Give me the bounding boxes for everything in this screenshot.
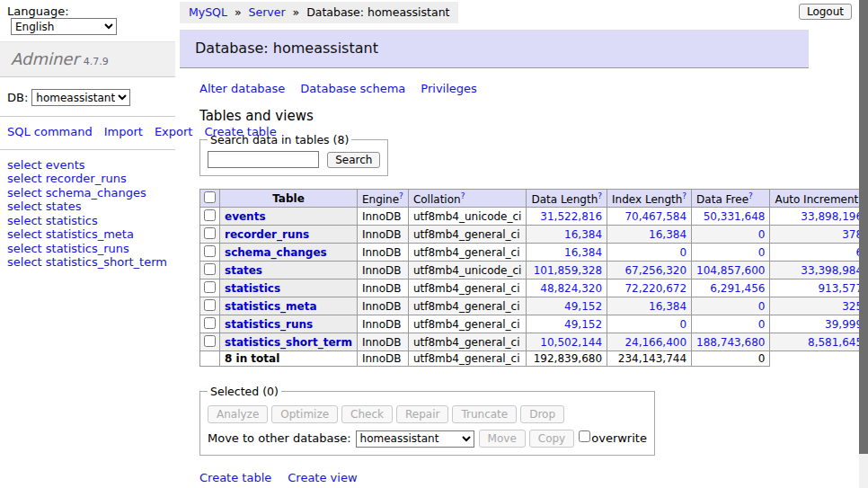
auto-increment-cell: 6 (770, 244, 868, 262)
row-checkbox[interactable] (204, 299, 216, 311)
overwrite-checkbox[interactable] (579, 430, 590, 442)
index-length-link[interactable]: 16,384 (649, 228, 686, 241)
table-link-schema_changes[interactable]: schema_changes (225, 246, 327, 259)
table-link-statistics_runs[interactable]: statistics_runs (225, 318, 313, 331)
help-link[interactable]: ? (399, 191, 403, 200)
language-select[interactable]: English (11, 18, 117, 35)
sidebar-select-events[interactable]: select events (7, 158, 168, 173)
table-link-states[interactable]: states (225, 264, 262, 277)
index-length-link[interactable]: 24,166,400 (624, 336, 686, 349)
db-select[interactable]: homeassistant (31, 89, 130, 106)
create-view-link[interactable]: Create view (288, 471, 357, 484)
table-link-recorder_runs[interactable]: recorder_runs (225, 228, 309, 241)
search-button[interactable]: Search (327, 152, 380, 168)
table-link-statistics_meta[interactable]: statistics_meta (225, 300, 317, 313)
sidebar-select-statistics[interactable]: select statistics (7, 214, 168, 228)
help-link[interactable]: ? (598, 191, 602, 200)
sidebar-select-statistics_short_term[interactable]: select statistics_short_term (7, 255, 168, 270)
index-length-link[interactable]: 0 (679, 246, 686, 259)
sidebar-select-schema_changes[interactable]: select schema_changes (7, 186, 168, 200)
data-length-cell: 101,859,328 (527, 262, 607, 279)
row-checkbox[interactable] (204, 281, 216, 293)
breadcrumb-separator: » (231, 5, 245, 19)
move-db-select[interactable]: homeassistant (356, 430, 474, 448)
data-free-link[interactable]: 0 (758, 300, 766, 313)
row-checkbox[interactable] (204, 317, 216, 329)
app-logo[interactable]: Adminer (11, 49, 79, 68)
repair-button[interactable]: Repair (396, 405, 448, 423)
index-length-link[interactable]: 72,220,672 (624, 282, 686, 295)
data-length-link[interactable]: 16,384 (564, 246, 602, 259)
data-free-link[interactable]: 6,291,456 (710, 282, 765, 295)
data-free-link[interactable]: 0 (758, 318, 766, 331)
analyze-button[interactable]: Analyze (208, 405, 268, 423)
data-free-link[interactable]: 188,743,680 (696, 336, 765, 349)
data-free-link[interactable]: 0 (758, 246, 766, 259)
help-link[interactable]: ? (682, 191, 686, 200)
engine-cell: InnoDB (357, 208, 408, 226)
data-length-link[interactable]: 16,384 (564, 228, 602, 241)
privileges-link[interactable]: Privileges (421, 82, 477, 95)
data-length-link[interactable]: 31,522,816 (540, 210, 602, 223)
index-length-cell: 67,256,320 (607, 262, 692, 279)
overwrite-label: overwrite (591, 431, 647, 445)
drop-button[interactable]: Drop (520, 405, 564, 423)
sidebar-action-import[interactable]: Import (104, 125, 143, 138)
table-link-events[interactable]: events (225, 210, 266, 223)
auto-increment-link[interactable]: 39,999 (825, 318, 863, 331)
table-link-statistics[interactable]: statistics (225, 282, 280, 295)
data-length-link[interactable]: 10,502,144 (540, 336, 602, 349)
data-length-link[interactable]: 48,824,320 (540, 282, 602, 295)
data-free-link[interactable]: 50,331,648 (704, 210, 766, 223)
sidebar-select-recorder_runs[interactable]: select recorder_runs (7, 172, 168, 186)
data-length-link[interactable]: 49,152 (564, 318, 602, 331)
sidebar-select-statistics_meta[interactable]: select statistics_meta (7, 227, 168, 242)
tables-overview-table: TableEngine?Collation?Data Length?Index … (199, 189, 868, 367)
search-input[interactable] (208, 151, 319, 168)
column-header-label: Index Length (612, 193, 682, 206)
auto-increment-link[interactable]: 33,898,196 (801, 210, 863, 223)
breadcrumb-item-1[interactable]: Server (249, 5, 286, 19)
sidebar-select-statistics_runs[interactable]: select statistics_runs (7, 242, 168, 256)
index-length-link[interactable]: 70,467,584 (624, 210, 686, 223)
optimize-button[interactable]: Optimize (271, 405, 338, 423)
breadcrumb-item-0[interactable]: MySQL (189, 5, 227, 19)
row-checkbox[interactable] (204, 209, 216, 221)
copy-button[interactable]: Copy (529, 430, 574, 448)
auto-increment-link[interactable]: 33,398,984 (801, 264, 863, 277)
table-link-statistics_short_term[interactable]: statistics_short_term (225, 336, 352, 349)
auto-increment-link[interactable]: 913,577 (818, 282, 863, 295)
index-length-cell: 24,166,400 (607, 333, 692, 351)
row-checkbox[interactable] (204, 263, 216, 275)
index-length-link[interactable]: 0 (679, 318, 686, 331)
row-checkbox[interactable] (204, 227, 216, 239)
data-length-link[interactable]: 101,859,328 (534, 264, 602, 277)
index-length-cell: 72,220,672 (607, 279, 692, 297)
data-free-link[interactable]: 104,857,600 (696, 264, 765, 277)
row-checkbox[interactable] (204, 245, 216, 257)
index-length-link[interactable]: 16,384 (649, 300, 686, 313)
data-length-cell: 48,824,320 (527, 279, 607, 297)
data-free-link[interactable]: 0 (758, 228, 766, 241)
scrollbar-thumb[interactable] (859, 0, 868, 454)
auto-increment-link[interactable]: 8,581,645 (808, 336, 863, 349)
select-all-checkbox[interactable] (204, 191, 216, 203)
help-link[interactable]: ? (748, 191, 753, 200)
row-checkbox[interactable] (204, 335, 216, 347)
create-table-link[interactable]: Create table (199, 471, 271, 484)
alter-database-link[interactable]: Alter database (199, 82, 285, 95)
overwrite-option: overwrite (578, 431, 647, 445)
sidebar-select-states[interactable]: select states (7, 200, 168, 214)
index-length-link[interactable]: 67,256,320 (624, 264, 686, 277)
check-button[interactable]: Check (341, 405, 393, 423)
truncate-button[interactable]: Truncate (452, 405, 517, 423)
database-schema-link[interactable]: Database schema (300, 82, 405, 95)
app-header: Adminer4.7.9 (0, 41, 175, 77)
help-link[interactable]: ? (461, 191, 465, 200)
data-length-link[interactable]: 49,152 (564, 300, 602, 313)
sidebar-action-sql-command[interactable]: SQL command (7, 125, 93, 138)
column-header-label: Auto Increment (775, 193, 858, 206)
move-button[interactable]: Move (479, 430, 526, 448)
total-data-length-cell: 192,839,680 (527, 351, 607, 367)
page-scrollbar[interactable] (859, 0, 868, 488)
